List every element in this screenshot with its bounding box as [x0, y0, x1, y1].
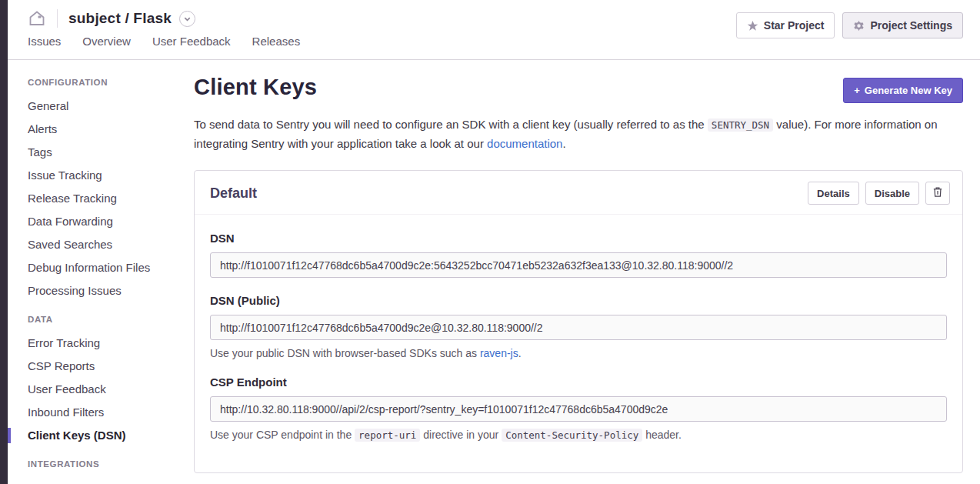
sidebar-item-data-forwarding[interactable]: Data Forwarding: [8, 210, 186, 233]
sidebar-item-saved-searches[interactable]: Saved Searches: [8, 233, 186, 256]
star-project-button[interactable]: Star Project: [736, 12, 835, 38]
documentation-link[interactable]: documentation: [487, 137, 562, 150]
csp-endpoint-value-field[interactable]: http://10.32.80.118:9000//api/2/csp-repo…: [210, 396, 947, 422]
details-button[interactable]: Details: [808, 182, 859, 205]
main-content: Client Keys + Generate New Key To send d…: [186, 61, 980, 484]
dsn-public-helper-text-2: .: [518, 347, 522, 359]
sentry-dsn-code-chip: SENTRY_DSN: [708, 118, 773, 132]
star-project-label: Star Project: [764, 19, 825, 32]
delete-key-button[interactable]: [925, 182, 950, 205]
dsn-public-label: DSN (Public): [210, 294, 947, 307]
sidebar-item-general[interactable]: General: [8, 95, 186, 118]
top-header: subject / Flask Issues Overview User Fee…: [8, 0, 980, 60]
sidebar-heading-integrations: INTEGRATIONS: [8, 459, 186, 469]
star-icon: [747, 20, 758, 32]
sidebar-item-debug-information-files[interactable]: Debug Information Files: [8, 256, 186, 279]
project-switcher-chevron-icon[interactable]: [179, 11, 195, 27]
dsn-public-value-field[interactable]: http://f1010071f12c47768dc6b5a4700d9c2e@…: [210, 315, 947, 340]
sidebar-item-issue-tracking[interactable]: Issue Tracking: [8, 164, 186, 187]
content-security-policy-code-chip: Content-Security-Policy: [502, 429, 642, 442]
generate-new-key-label: Generate New Key: [865, 85, 952, 96]
dsn-public-helper: Use your public DSN with browser-based S…: [210, 347, 947, 359]
tab-overview[interactable]: Overview: [82, 35, 131, 48]
settings-sidebar: CONFIGURATION General Alerts Tags Issue …: [8, 61, 186, 484]
dsn-public-helper-text-1: Use your public DSN with browser-based S…: [210, 347, 480, 359]
header-divider: [57, 9, 58, 28]
csp-endpoint-label: CSP Endpoint: [210, 376, 947, 389]
sidebar-item-processing-issues[interactable]: Processing Issues: [8, 279, 186, 302]
sidebar-item-client-keys-dsn[interactable]: Client Keys (DSN): [8, 424, 186, 447]
home-icon[interactable]: [28, 9, 46, 28]
csp-helper-text-2: directive in your: [420, 429, 502, 441]
sidebar-item-csp-reports[interactable]: CSP Reports: [8, 355, 186, 378]
intro-paragraph: To send data to Sentry you will need to …: [194, 115, 963, 153]
csp-helper-text-3: header.: [642, 429, 682, 441]
client-key-panel: Default Details Disable: [194, 170, 963, 473]
dsn-value-field[interactable]: http://f1010071f12c47768dc6b5a4700d9c2e:…: [210, 252, 947, 278]
csp-helper-text-1: Use your CSP endpoint in the: [210, 429, 355, 441]
report-uri-code-chip: report-uri: [355, 429, 420, 442]
sidebar-item-tags[interactable]: Tags: [8, 141, 186, 164]
sidebar-item-error-tracking[interactable]: Error Tracking: [8, 332, 186, 355]
tab-user-feedback[interactable]: User Feedback: [152, 35, 231, 48]
sidebar-item-alerts[interactable]: Alerts: [8, 118, 186, 141]
raven-js-link[interactable]: raven-js: [480, 347, 518, 359]
sidebar-heading-configuration: CONFIGURATION: [8, 78, 186, 87]
project-settings-label: Project Settings: [870, 19, 952, 32]
intro-text-3: .: [562, 137, 565, 150]
dsn-label: DSN: [210, 232, 947, 245]
project-title: subject / Flask: [68, 10, 172, 27]
csp-helper: Use your CSP endpoint in the report-uri …: [210, 429, 947, 441]
sidebar-heading-data: DATA: [8, 315, 186, 324]
project-settings-button[interactable]: Project Settings: [842, 12, 963, 38]
tab-releases[interactable]: Releases: [252, 35, 301, 48]
intro-text-1: To send data to Sentry you will need to …: [194, 118, 708, 131]
sidebar-item-user-feedback[interactable]: User Feedback: [8, 378, 186, 401]
generate-new-key-button[interactable]: + Generate New Key: [843, 78, 963, 103]
key-name: Default: [210, 185, 257, 202]
page-title: Client Keys: [194, 75, 317, 100]
sidebar-item-inbound-filters[interactable]: Inbound Filters: [8, 401, 186, 424]
disable-button[interactable]: Disable: [865, 182, 919, 205]
tab-issues[interactable]: Issues: [28, 35, 61, 48]
trash-icon: [932, 186, 943, 200]
left-edge-strip: [0, 0, 8, 484]
gear-icon: [853, 20, 865, 32]
plus-icon: +: [854, 85, 860, 96]
sidebar-item-release-tracking[interactable]: Release Tracking: [8, 187, 186, 210]
